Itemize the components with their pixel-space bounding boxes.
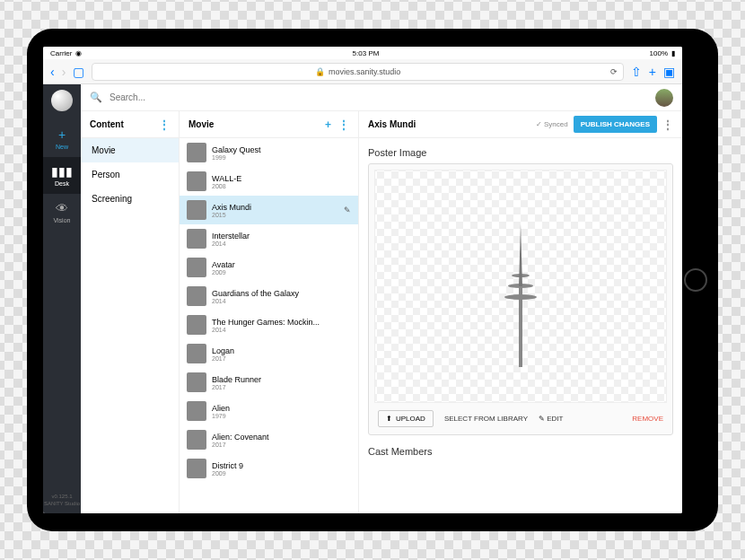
app-logo[interactable]	[51, 90, 73, 111]
refresh-icon[interactable]: ⟳	[610, 67, 618, 76]
tower-graphic	[498, 206, 543, 367]
poster-label: Poster Image	[368, 147, 673, 158]
app-sidebar: + New ▮▮▮ Desk 👁 Vision v0.125.1 SANITY …	[43, 84, 81, 513]
movie-title: WALL-E	[212, 174, 351, 183]
poster-image[interactable]	[374, 170, 667, 403]
movie-year: 2014	[212, 241, 351, 247]
nav-new[interactable]: + New	[43, 120, 81, 157]
battery-pct: 100%	[650, 49, 668, 57]
poster-field: ⬆ UPLOAD SELECT FROM LIBRARY ✎ EDIT REMO…	[368, 163, 673, 435]
battery-icon: ▮	[671, 49, 675, 57]
edit-button[interactable]: ✎ EDIT	[539, 415, 563, 423]
nav-desk[interactable]: ▮▮▮ Desk	[43, 157, 81, 194]
upload-button[interactable]: ⬆ UPLOAD	[378, 410, 434, 427]
movie-year: 1999	[212, 154, 351, 161]
movie-thumbnail	[187, 315, 206, 335]
movie-item[interactable]: Blade Runner 2017	[180, 368, 358, 397]
content-item-screening[interactable]: Screening	[81, 187, 179, 211]
new-tab-button[interactable]: +	[649, 65, 656, 79]
movie-title: Blade Runner	[212, 375, 351, 384]
select-library-button[interactable]: SELECT FROM LIBRARY	[444, 415, 528, 423]
movie-year: 2009	[212, 470, 351, 477]
nav-label: Vision	[54, 217, 71, 223]
brand: SANITY Studio	[44, 501, 80, 508]
add-movie-button[interactable]: +	[325, 118, 331, 131]
bookmarks-button[interactable]: ▢	[73, 65, 84, 79]
forward-button[interactable]: ›	[62, 65, 66, 79]
upload-icon: ⬆	[386, 415, 392, 423]
pane-menu[interactable]: ⋮	[338, 118, 349, 131]
movie-list: Galaxy Quest 1999 WALL-E 2008 Axis Mundi…	[180, 138, 358, 513]
nav-vision[interactable]: 👁 Vision	[43, 194, 81, 231]
sync-status: ✓ Synced	[536, 120, 568, 128]
movie-item[interactable]: Axis Mundi 2015 ✎	[180, 196, 358, 224]
home-button[interactable]	[684, 268, 707, 292]
content-item-person[interactable]: Person	[81, 162, 179, 187]
movie-year: 2014	[212, 298, 351, 304]
movie-item[interactable]: Guardians of the Galaxy 2014	[180, 282, 358, 311]
publish-button[interactable]: PUBLISH CHANGES	[574, 116, 657, 133]
panes: Content ⋮ Movie Person Screening Movie	[81, 111, 682, 513]
nav-label: New	[56, 144, 68, 150]
movie-title: The Hunger Games: Mockin...	[212, 318, 351, 327]
movie-item[interactable]: WALL-E 2008	[180, 167, 358, 196]
movie-title: District 9	[212, 461, 351, 470]
movie-thumbnail	[187, 459, 206, 478]
eye-icon: 👁	[43, 201, 81, 215]
tabs-button[interactable]: ▣	[663, 65, 675, 79]
url-text: movies.sanity.studio	[329, 67, 400, 76]
movie-item[interactable]: The Hunger Games: Mockin... 2014	[180, 311, 358, 339]
carrier-label: Carrier	[50, 49, 72, 57]
pane-title: Content	[90, 119, 124, 129]
movie-thumbnail	[187, 229, 206, 249]
clock: 5:03 PM	[353, 49, 380, 57]
app: + New ▮▮▮ Desk 👁 Vision v0.125.1 SANITY …	[43, 84, 682, 513]
remove-button[interactable]: REMOVE	[632, 415, 663, 423]
content-item-movie[interactable]: Movie	[81, 138, 179, 162]
pencil-icon: ✎	[539, 415, 545, 423]
content-list: Movie Person Screening	[81, 138, 179, 513]
movie-year: 2017	[212, 384, 351, 390]
movie-item[interactable]: District 9 2009	[180, 454, 358, 483]
movie-thumbnail	[187, 258, 206, 277]
movie-title: Guardians of the Galaxy	[212, 289, 351, 298]
tablet-frame: Carrier ◉ 5:03 PM 100% ▮ ‹ › ▢ 🔒 movies.…	[27, 29, 718, 531]
movie-year: 2014	[212, 327, 351, 333]
back-button[interactable]: ‹	[50, 65, 55, 79]
doc-header: Axis Mundi ✓ Synced PUBLISH CHANGES ⋮	[359, 111, 682, 138]
movie-title: Galaxy Quest	[212, 145, 351, 154]
share-button[interactable]: ⇧	[631, 65, 642, 79]
movie-thumbnail	[187, 401, 206, 421]
browser-toolbar: ‹ › ▢ 🔒 movies.sanity.studio ⟳ ⇧ + ▣	[43, 59, 682, 84]
movie-item[interactable]: Alien 1979	[180, 397, 358, 425]
pane-menu[interactable]: ⋮	[159, 118, 170, 131]
movie-title: Logan	[212, 346, 351, 355]
movie-title: Axis Mundi	[212, 203, 338, 212]
movie-item[interactable]: Logan 2017	[180, 339, 358, 368]
movie-thumbnail	[187, 171, 206, 191]
cast-label: Cast Members	[368, 446, 673, 457]
screen: Carrier ◉ 5:03 PM 100% ▮ ‹ › ▢ 🔒 movies.…	[43, 47, 682, 513]
movie-item[interactable]: Interstellar 2014	[180, 224, 358, 253]
movie-item[interactable]: Alien: Covenant 2017	[180, 425, 358, 454]
content-pane: Content ⋮ Movie Person Screening	[81, 111, 180, 513]
doc-menu[interactable]: ⋮	[662, 118, 673, 131]
search-input[interactable]	[110, 92, 648, 102]
user-avatar[interactable]	[655, 89, 673, 107]
plus-icon: +	[43, 127, 81, 142]
movie-title: Alien	[212, 404, 351, 413]
pane-title: Movie	[188, 119, 214, 129]
status-bar: Carrier ◉ 5:03 PM 100% ▮	[43, 47, 682, 59]
doc-body: Poster Image ⬆ U	[359, 138, 682, 513]
poster-actions: ⬆ UPLOAD SELECT FROM LIBRARY ✎ EDIT REMO…	[374, 403, 667, 429]
movie-thumbnail	[187, 372, 206, 392]
url-bar[interactable]: 🔒 movies.sanity.studio ⟳	[92, 63, 623, 81]
pencil-icon: ✎	[344, 206, 351, 214]
movie-title: Avatar	[212, 260, 351, 269]
pane-header: Content ⋮	[81, 111, 179, 138]
sidebar-footer: v0.125.1 SANITY Studio	[44, 488, 80, 513]
movie-item[interactable]: Galaxy Quest 1999	[180, 138, 358, 167]
movie-year: 1979	[212, 413, 351, 419]
movie-year: 2008	[212, 183, 351, 189]
movie-item[interactable]: Avatar 2009	[180, 253, 358, 282]
